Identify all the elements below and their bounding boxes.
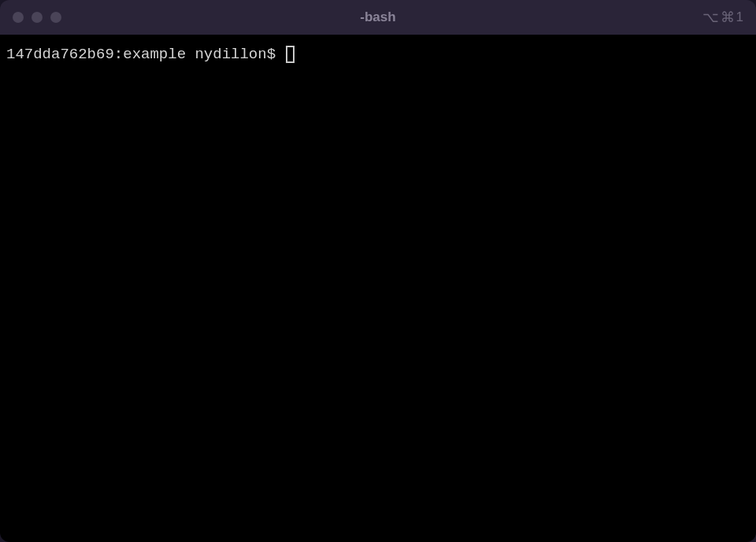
window-title: -bash xyxy=(360,9,395,25)
window-shortcut: ⌥ ⌘ 1 xyxy=(702,9,743,26)
shell-prompt: 147dda762b69:example nydillon$ xyxy=(6,44,284,65)
window-titlebar: -bash ⌥ ⌘ 1 xyxy=(0,0,756,35)
maximize-button[interactable] xyxy=(50,12,61,23)
command-key-icon: ⌘ xyxy=(721,9,735,26)
terminal-body[interactable]: 147dda762b69:example nydillon$ xyxy=(0,35,756,542)
minimize-button[interactable] xyxy=(32,12,43,23)
prompt-line: 147dda762b69:example nydillon$ xyxy=(6,44,750,65)
close-button[interactable] xyxy=(13,12,24,23)
option-key-icon: ⌥ xyxy=(702,9,719,26)
traffic-lights xyxy=(13,12,61,23)
shortcut-number: 1 xyxy=(736,9,743,25)
cursor xyxy=(286,46,295,63)
